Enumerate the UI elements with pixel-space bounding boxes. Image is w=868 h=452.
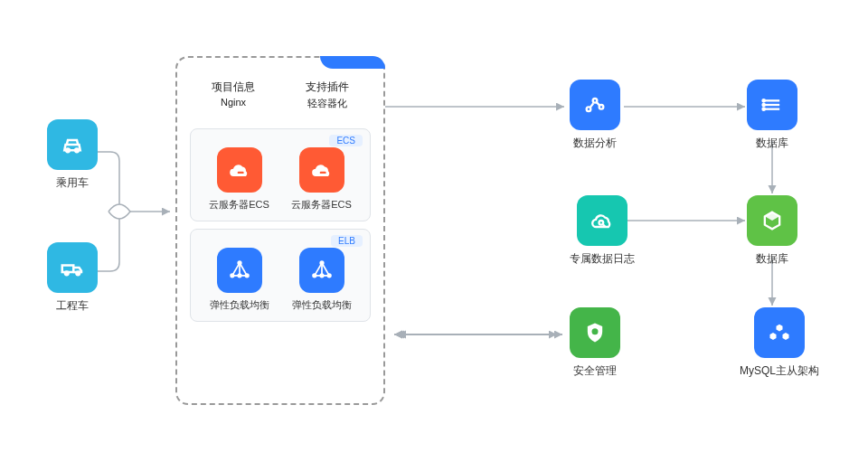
center-container: 项目信息 Nginx 支持插件 轻容器化 ECS 云服务器ECS 云服务器ECS bbox=[175, 56, 385, 405]
truck-icon bbox=[47, 242, 98, 293]
svg-point-20 bbox=[327, 274, 331, 278]
svg-rect-11 bbox=[237, 172, 243, 174]
svg-point-15 bbox=[245, 274, 249, 278]
svg-line-33 bbox=[603, 225, 605, 227]
security-label: 安全管理 bbox=[570, 363, 620, 379]
cloud-log-icon bbox=[577, 195, 627, 246]
db1-label: 数据库 bbox=[747, 136, 797, 151]
cloud-server-icon bbox=[217, 147, 262, 193]
load-balancer-icon bbox=[217, 248, 262, 293]
analytics-label: 数据分析 bbox=[570, 136, 620, 151]
shield-icon bbox=[570, 307, 620, 358]
bidir bbox=[0, 0, 868, 452]
mysql-label: MySQL主从架构 bbox=[740, 363, 819, 379]
header-item-2: 支持插件 轻容器化 bbox=[306, 80, 349, 110]
header-item-1: 项目信息 Nginx bbox=[212, 80, 255, 110]
ecs-card: ECS 云服务器ECS 云服务器ECS bbox=[190, 128, 371, 221]
logs-label: 专属数据日志 bbox=[570, 251, 635, 267]
svg-point-14 bbox=[231, 274, 234, 278]
ecs-node-2: 云服务器ECS bbox=[291, 147, 352, 212]
cluster-icon bbox=[754, 307, 805, 358]
ecs-node-1: 云服务器ECS bbox=[209, 147, 269, 212]
elb-node-1: 弹性负载均衡 bbox=[210, 248, 269, 312]
center-tab bbox=[320, 56, 385, 69]
svg-point-25 bbox=[599, 105, 604, 109]
analytics-icon bbox=[570, 80, 620, 130]
db2-label: 数据库 bbox=[747, 251, 797, 267]
elb-node-2: 弹性负载均衡 bbox=[292, 248, 352, 312]
node-mysql: MySQL主从架构 bbox=[740, 307, 819, 379]
cloud-server-icon bbox=[299, 147, 344, 193]
svg-point-34 bbox=[592, 328, 599, 334]
truck-label: 工程车 bbox=[47, 298, 98, 314]
svg-point-23 bbox=[587, 107, 591, 111]
svg-point-19 bbox=[313, 274, 316, 278]
svg-point-31 bbox=[763, 108, 765, 110]
svg-point-24 bbox=[593, 99, 598, 103]
node-db1: 数据库 bbox=[747, 80, 797, 151]
elb-badge: ELB bbox=[331, 235, 363, 247]
svg-point-10 bbox=[76, 271, 80, 275]
database-icon bbox=[747, 80, 797, 130]
car-icon bbox=[47, 119, 98, 170]
svg-rect-12 bbox=[319, 172, 326, 174]
ecs-badge: ECS bbox=[329, 135, 363, 146]
svg-point-9 bbox=[65, 271, 69, 275]
node-logs: 专属数据日志 bbox=[570, 195, 635, 267]
svg-point-6 bbox=[66, 148, 70, 152]
svg-point-32 bbox=[599, 221, 604, 225]
connector-layer bbox=[0, 0, 868, 452]
node-truck: 工程车 bbox=[47, 242, 98, 314]
node-db2: 数据库 bbox=[747, 195, 797, 267]
svg-point-29 bbox=[763, 99, 765, 101]
connector-layer-2 bbox=[0, 0, 868, 452]
storage-icon bbox=[747, 195, 797, 246]
svg-point-7 bbox=[75, 148, 79, 152]
node-security: 安全管理 bbox=[570, 307, 620, 379]
svg-point-30 bbox=[763, 104, 765, 106]
node-car: 乘用车 bbox=[47, 119, 98, 191]
car-label: 乘用车 bbox=[47, 175, 98, 191]
load-balancer-icon bbox=[299, 248, 344, 293]
node-analytics: 数据分析 bbox=[570, 80, 620, 151]
elb-card: ELB 弹性负载均衡 弹性负载均衡 bbox=[190, 229, 371, 322]
